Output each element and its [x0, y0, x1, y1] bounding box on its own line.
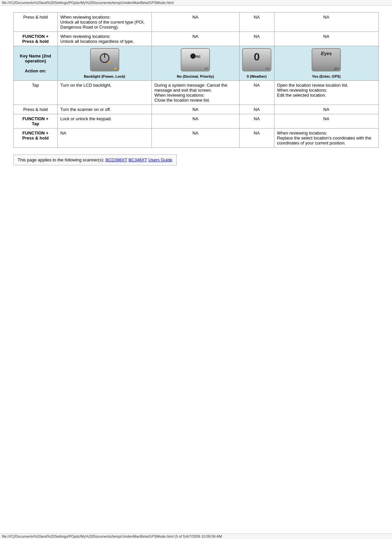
cell-backlight-1: When reviewing locations:Unlock all loca…: [57, 32, 151, 46]
key-cell-1: no pri No (Decimal, Priority): [151, 46, 239, 81]
cell-no-0: NA: [151, 13, 239, 32]
key-name-header-cell: Key Name (2nd operation)Action on:: [14, 46, 58, 81]
cell-yes-0: NA: [274, 13, 378, 32]
browser-url-top: file:///C|/Documents%20and%20Settings/PO…: [2, 1, 173, 5]
cell-no-4: NA: [151, 105, 239, 114]
link-bc346xt[interactable]: BC346XT: [129, 157, 147, 162]
cell-backlight-0: When reviewing locations:Unlock all loca…: [57, 13, 151, 32]
cell-zero-1: NA: [239, 32, 274, 46]
table-row-5: FUNCTION +TapLock or unlock the keypad.N…: [14, 114, 379, 129]
key-label-0: Backlight (Power, Lock): [60, 74, 149, 78]
cell-no-1: NA: [151, 32, 239, 46]
cell-no-6: NA: [151, 129, 239, 148]
footer-box: This page applies to the following scann…: [13, 154, 177, 165]
key-cell-2: 0 wx 0 (Weather): [239, 46, 274, 81]
table-row-1: FUNCTION +Press & holdWhen reviewing loc…: [14, 32, 379, 46]
cell-yes-3: Open the location review location list.W…: [274, 81, 378, 105]
cell-zero-5: NA: [239, 114, 274, 129]
footer-text: This page applies to the following scann…: [18, 157, 105, 162]
cell-backlight-5: Lock or unlock the keypad.: [57, 114, 151, 129]
cell-zero-0: NA: [239, 13, 274, 32]
cell-action-3: Tap: [14, 81, 58, 105]
table-row-0: Press & holdWhen reviewing locations:Unl…: [14, 13, 379, 32]
cell-zero-3: NA: [239, 81, 274, 105]
key-image-box-1: no pri: [181, 48, 210, 71]
table-row-3: TapTurn on the LCD backlight.During a sy…: [14, 81, 379, 105]
main-table: Press & holdWhen reviewing locations:Unl…: [13, 12, 379, 148]
key-label-2: 0 (Weather): [242, 74, 271, 78]
cell-action-4: Press & hold: [14, 105, 58, 114]
key-label-3: Yes (Enter, GPS): [277, 74, 376, 78]
cell-action-0: Press & hold: [14, 13, 58, 32]
cell-zero-4: NA: [239, 105, 274, 114]
key-cell-3: Eyes gps Yes (Enter, GPS): [274, 46, 378, 81]
svg-text:🔒: 🔒: [107, 60, 111, 63]
svg-text:no: no: [196, 54, 200, 59]
cell-no-5: NA: [151, 114, 239, 129]
link-users-guide[interactable]: Users Guide: [148, 157, 172, 162]
browser-top-bar: file:///C|/Documents%20and%20Settings/PO…: [0, 0, 392, 6]
table-row-4: Press & holdTurn the scanner on or off.N…: [14, 105, 379, 114]
cell-yes-1: NA: [274, 32, 378, 46]
cell-action-6: FUNCTION +Press & hold: [14, 129, 58, 148]
cell-yes-5: NA: [274, 114, 378, 129]
key-image-box-3: Eyes gps: [312, 48, 341, 71]
svg-point-3: [190, 53, 196, 59]
table-row-6: FUNCTION +Press & holdNANANAWhen reviewi…: [14, 129, 379, 148]
cell-no-3: During a system message: Cancel the mess…: [151, 81, 239, 105]
cell-backlight-6: NA: [57, 129, 151, 148]
cell-zero-6: NA: [239, 129, 274, 148]
key-image-box-2: 0 wx: [242, 48, 271, 71]
cell-backlight-4: Turn the scanner on or off.: [57, 105, 151, 114]
cell-action-5: FUNCTION +Tap: [14, 114, 58, 129]
cell-yes-6: When reviewing locations:Replace the sel…: [274, 129, 378, 148]
key-label-1: No (Decimal, Priority): [154, 74, 237, 78]
key-cell-0: 🔒 🔒 Backlight (Power, Lock): [57, 46, 151, 81]
key-image-box-0: 🔒 🔒: [90, 48, 119, 71]
link-bcd396xt[interactable]: BCD396XT: [105, 157, 127, 162]
cell-action-1: FUNCTION +Press & hold: [14, 32, 58, 46]
cell-yes-4: NA: [274, 105, 378, 114]
cell-backlight-3: Turn on the LCD backlight.: [57, 81, 151, 105]
content-area: Press & holdWhen reviewing locations:Unl…: [0, 6, 392, 172]
